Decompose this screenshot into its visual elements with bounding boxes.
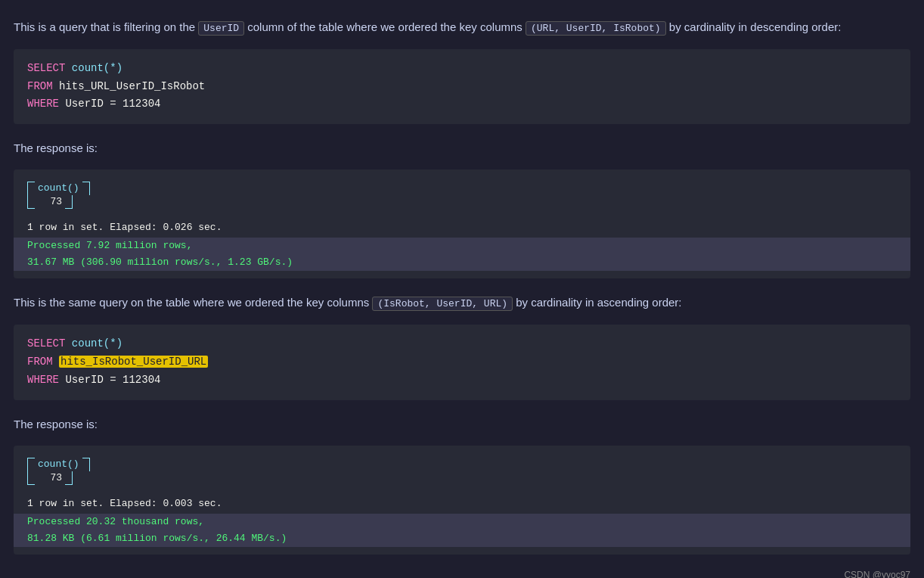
corner-br-1 xyxy=(65,195,73,209)
query-block-1: SELECT count(*) FROM hits_URL_UserID_IsR… xyxy=(14,49,910,124)
corner-tr-1 xyxy=(82,182,90,195)
result-processed-2a: Processed 20.32 thousand rows, xyxy=(14,514,910,530)
result-block-2: count() 73 1 row in set. Elapsed: 0.003 … xyxy=(14,446,910,555)
response-label-1: The response is: xyxy=(14,139,910,157)
result-processed-2b: 81.28 KB (6.61 million rows/s., 26.44 MB… xyxy=(14,530,910,547)
intro2-post: by cardinality in ascending order: xyxy=(513,296,681,309)
query1-line2: FROM hits_URL_UserID_IsRobot xyxy=(27,78,897,96)
corner-bl-2 xyxy=(27,471,35,485)
result-block-1: count() 73 1 row in set. Elapsed: 0.026 … xyxy=(14,169,910,278)
cell-value-1: 73 xyxy=(35,195,65,209)
corner-tl-1 xyxy=(27,182,35,195)
intro2-highlight2: (IsRobot, UserID, URL) xyxy=(372,297,513,311)
result-table-2: count() 73 xyxy=(27,458,90,485)
col-header-2: count() xyxy=(35,458,82,471)
result-row-2: 73 xyxy=(27,471,90,485)
query1-line1: SELECT count(*) xyxy=(27,60,897,78)
where-keyword-1: WHERE xyxy=(27,98,59,110)
query2-line2: FROM hits_IsRobot_UserID_URL xyxy=(27,353,897,371)
query2-line3: WHERE UserID = 112304 xyxy=(27,371,897,390)
intro1-post: by cardinality in descending order: xyxy=(666,20,842,33)
result-processed-1a: Processed 7.92 million rows, xyxy=(14,238,910,254)
intro1-mid: column of the table where we ordered the… xyxy=(244,20,526,33)
select-keyword-2: SELECT xyxy=(27,337,65,350)
intro1-highlight2: (URL, UserID, IsRobot) xyxy=(526,21,666,36)
count-fn-2: count(*) xyxy=(72,337,122,350)
result-header-2: count() xyxy=(27,458,90,471)
watermark: CSDN @yyoc97 xyxy=(14,570,910,578)
from-keyword-2: FROM xyxy=(27,356,53,368)
intro1-highlight1: UserID xyxy=(198,21,244,36)
corner-tl-2 xyxy=(27,458,35,471)
result-stats-1: 1 row in set. Elapsed: 0.026 sec. xyxy=(27,219,897,236)
result-table-1: count() 73 xyxy=(27,182,90,209)
result-header-1: count() xyxy=(27,182,90,195)
select-keyword-1: SELECT xyxy=(27,62,65,74)
count-fn-1: count(*) xyxy=(72,62,122,74)
result-row-1: 73 xyxy=(27,195,90,209)
col-header-1: count() xyxy=(35,182,82,195)
result-processed-1b: 31.67 MB (306.90 million rows/s., 1.23 G… xyxy=(14,254,910,271)
where-keyword-2: WHERE xyxy=(27,374,59,386)
intro-text-2: This is the same query on the table wher… xyxy=(14,294,910,312)
table-name-1: hits_URL_UserID_IsRobot xyxy=(59,80,205,92)
from-keyword-1: FROM xyxy=(27,80,53,92)
corner-br-2 xyxy=(65,471,73,485)
intro2-pre: This is the same query on the table wher… xyxy=(14,296,372,309)
result-stats-2: 1 row in set. Elapsed: 0.003 sec. xyxy=(27,496,897,512)
response-label-2: The response is: xyxy=(14,415,910,434)
corner-bl-1 xyxy=(27,195,35,209)
condition-2: UserID = 112304 xyxy=(65,374,160,386)
corner-tr-2 xyxy=(82,458,90,471)
intro-text-1: This is a query that is filtering on the… xyxy=(14,18,910,37)
intro1-pre: This is a query that is filtering on the xyxy=(14,20,198,33)
query-block-2: SELECT count(*) FROM hits_IsRobot_UserID… xyxy=(14,325,910,399)
query1-line3: WHERE UserID = 112304 xyxy=(27,95,897,113)
query2-line1: SELECT count(*) xyxy=(27,335,897,353)
table-name-2: hits_IsRobot_UserID_URL xyxy=(59,356,208,368)
cell-value-2: 73 xyxy=(35,471,65,485)
condition-1: UserID = 112304 xyxy=(65,98,160,110)
